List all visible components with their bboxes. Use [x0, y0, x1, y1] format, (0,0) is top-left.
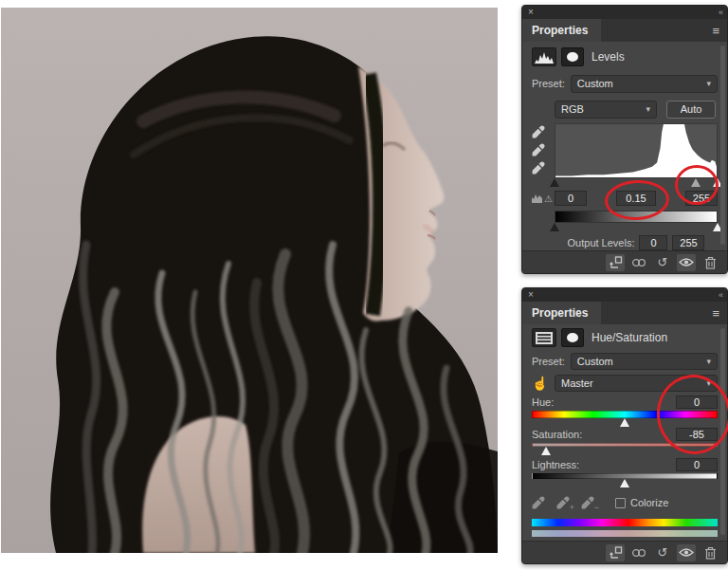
delete-adjustment-icon[interactable] — [701, 544, 719, 561]
saturation-slider-thumb[interactable] — [541, 447, 551, 455]
panel-tabbar: Properties ≡ — [522, 302, 727, 324]
tab-properties[interactable]: Properties — [522, 19, 601, 42]
close-icon[interactable]: × — [528, 290, 534, 300]
shadow-input-value[interactable]: 0 — [555, 191, 587, 206]
lightness-label: Lightness: — [532, 459, 579, 470]
saturation-slider[interactable] — [532, 447, 718, 456]
preset-label: Preset: — [532, 356, 565, 367]
lightness-value[interactable]: 0 — [676, 458, 718, 471]
visibility-eye-icon[interactable] — [677, 544, 696, 561]
lightness-slider-thumb[interactable] — [620, 479, 629, 487]
output-levels-gradient — [555, 211, 718, 223]
highlight-input-value[interactable]: 255 — [685, 191, 718, 206]
output-levels-label: Output Levels: — [568, 237, 635, 248]
auto-button[interactable]: Auto — [666, 101, 716, 119]
panel-menu-icon[interactable]: ≡ — [712, 306, 719, 321]
hue-spectrum-adjusted-bar — [532, 530, 718, 537]
channel-dropdown[interactable]: Master ▾ — [555, 375, 718, 392]
output-black-slider[interactable] — [550, 223, 559, 231]
channel-dropdown[interactable]: RGB ▾ — [555, 101, 657, 119]
sample-eyedropper-icon[interactable] — [532, 496, 545, 509]
colorize-checkbox[interactable] — [615, 498, 626, 508]
panel-tabbar: Properties ≡ — [522, 19, 727, 42]
chevron-down-icon: ▾ — [706, 378, 711, 388]
chevron-down-icon: ▾ — [706, 79, 711, 88]
targeted-adjustment-hand-icon[interactable]: ☝ — [532, 376, 555, 391]
hue-slider-track[interactable] — [532, 411, 718, 418]
hue-saturation-adjustment-icon — [532, 328, 556, 347]
lightness-slider[interactable] — [532, 479, 718, 488]
shadow-input-slider[interactable] — [550, 178, 559, 187]
preset-dropdown[interactable]: Custom ▾ — [571, 75, 718, 93]
collapse-panel-icon[interactable]: « — [719, 290, 721, 300]
add-sample-eyedropper-icon[interactable]: + — [556, 496, 570, 509]
panel-footer: ↺ — [522, 250, 727, 273]
panel-menu-icon[interactable]: ≡ — [712, 24, 719, 38]
preset-label: Preset: — [532, 78, 565, 89]
output-black-value[interactable]: 0 — [639, 235, 667, 250]
panel-titlebar: × « — [522, 288, 727, 302]
panel-footer: ↺ — [522, 541, 727, 563]
adjustment-title: Hue/Saturation — [592, 331, 667, 344]
visibility-eye-icon[interactable] — [677, 254, 696, 271]
input-levels-slider[interactable] — [555, 178, 718, 188]
layer-mask-thumbnail[interactable] — [561, 47, 584, 66]
collapse-panel-icon[interactable]: « — [719, 8, 721, 17]
levels-histogram — [555, 123, 718, 178]
levels-panel-body: Levels Preset: Custom ▾ RGB ▾ Auto — [522, 42, 727, 250]
hue-slider-thumb[interactable] — [620, 418, 629, 427]
delete-adjustment-icon[interactable] — [701, 254, 719, 271]
preset-dropdown[interactable]: Custom ▾ — [571, 353, 718, 370]
panel-scrollbar[interactable] — [720, 46, 725, 245]
reset-adjustment-icon[interactable]: ↺ — [653, 544, 672, 561]
levels-adjustment-icon — [532, 47, 556, 66]
black-point-eyedropper-icon[interactable] — [532, 125, 555, 138]
document-image-woman-profile — [1, 8, 498, 553]
chevron-down-icon: ▾ — [646, 104, 650, 114]
photo-illustration — [1, 8, 498, 553]
reset-adjustment-icon[interactable]: ↺ — [653, 254, 672, 271]
adjustment-title: Levels — [592, 50, 625, 64]
hue-slider[interactable] — [532, 418, 718, 428]
clip-to-layer-icon[interactable] — [606, 254, 625, 271]
view-previous-state-icon[interactable] — [629, 254, 648, 271]
saturation-label: Saturation: — [532, 429, 582, 440]
properties-panel-levels: × « Properties ≡ Levels Preset: Custom ▾ — [521, 5, 728, 274]
cached-data-warning-icon: ⚠ — [544, 193, 553, 204]
properties-panel-hue-saturation: × « Properties ≡ Hue/Saturation Preset: … — [521, 287, 728, 564]
hue-spectrum-reference-bar — [532, 519, 718, 526]
gray-point-eyedropper-icon[interactable] — [532, 143, 555, 156]
chevron-down-icon: ▾ — [706, 357, 711, 366]
colorize-label: Colorize — [630, 497, 668, 508]
gamma-input-value[interactable]: 0.15 — [616, 191, 656, 206]
refresh-histogram-icon[interactable] — [532, 193, 542, 203]
photoshop-workspace: × « Properties ≡ Levels Preset: Custom ▾ — [0, 0, 728, 570]
panel-scrollbar[interactable] — [720, 328, 725, 535]
clip-to-layer-icon[interactable] — [606, 544, 625, 561]
white-point-eyedropper-icon[interactable] — [532, 161, 555, 175]
hue-label: Hue: — [532, 396, 554, 408]
view-previous-state-icon[interactable] — [629, 544, 648, 561]
hue-saturation-panel-body: Hue/Saturation Preset: Custom ▾ ☝ Master… — [522, 324, 727, 541]
output-white-value[interactable]: 255 — [672, 235, 704, 250]
saturation-value[interactable]: -85 — [676, 428, 718, 441]
tab-properties[interactable]: Properties — [522, 302, 601, 324]
layer-mask-thumbnail[interactable] — [561, 328, 584, 347]
midtone-input-slider[interactable] — [691, 178, 701, 187]
close-icon[interactable]: × — [528, 8, 534, 17]
panel-titlebar: × « — [522, 6, 727, 19]
output-levels-slider[interactable] — [555, 223, 718, 232]
subtract-sample-eyedropper-icon[interactable]: − — [581, 496, 594, 509]
hue-value[interactable]: 0 — [676, 395, 718, 409]
